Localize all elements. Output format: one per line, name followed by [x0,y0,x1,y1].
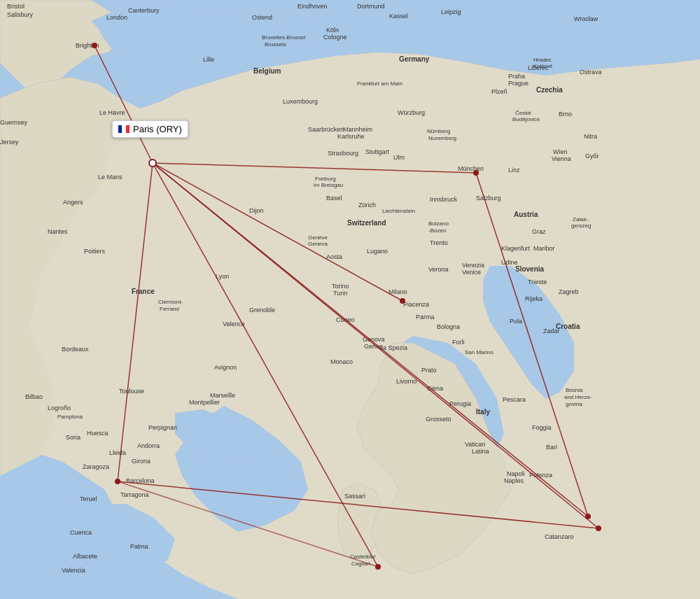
svg-text:Stuttgart: Stuttgart [365,148,390,155]
svg-text:Bari: Bari [546,444,557,451]
svg-text:Jersey: Jersey [0,139,19,146]
svg-text:Monaco: Monaco [330,358,353,365]
svg-text:Liechtenstein: Liechtenstein [382,208,415,214]
svg-text:Bilbao: Bilbao [25,393,43,400]
svg-point-163 [115,479,120,484]
svg-text:Valencia: Valencia [62,567,85,574]
svg-text:Le Havre: Le Havre [99,109,125,116]
svg-text:Pamplona: Pamplona [57,414,83,420]
svg-text:Praha: Praha [508,73,525,80]
svg-text:Bordeaux: Bordeaux [62,346,89,353]
svg-text:Montpellier: Montpellier [189,399,220,406]
svg-text:Perpignan: Perpignan [148,424,177,431]
svg-text:London: London [106,14,127,21]
svg-text:Udine: Udine [501,259,518,266]
svg-text:Lleida: Lleida [109,449,126,456]
svg-text:Leipzig: Leipzig [441,8,461,15]
svg-text:Bruxelles-Brussel: Bruxelles-Brussel [262,34,305,41]
svg-text:Genève: Genève [308,234,328,241]
svg-text:Saarbrücken: Saarbrücken [308,126,344,133]
svg-text:Toulouse: Toulouse [119,388,144,395]
paris-label-text: Paris (ORY) [133,124,182,134]
svg-text:Palma: Palma [130,543,148,550]
svg-text:Torino: Torino [332,283,349,290]
svg-text:Innsbruck: Innsbruck [430,196,458,203]
svg-text:Venezia: Venezia [462,262,484,269]
svg-rect-168 [122,125,126,133]
svg-text:-Bozen: -Bozen [428,227,446,234]
svg-text:Brussels: Brussels [265,41,286,48]
svg-text:Logroño: Logroño [48,404,71,411]
svg-text:České: České [515,110,531,116]
svg-text:Austria: Austria [514,211,538,218]
svg-text:Pescara: Pescara [503,396,526,403]
svg-text:Cologne: Cologne [323,34,347,41]
svg-point-160 [92,43,97,48]
svg-text:Clermont-: Clermont- [158,299,183,305]
svg-text:Sassari: Sassari [344,493,365,500]
svg-text:Slovenia: Slovenia [515,265,545,273]
svg-text:Wrocław: Wrocław [574,15,598,22]
svg-text:Luxembourg: Luxembourg [283,98,318,105]
svg-text:Bologna: Bologna [437,323,460,330]
svg-text:and Herze-: and Herze- [564,394,592,400]
svg-text:Bolzano: Bolzano [428,220,449,227]
svg-text:Ferrand: Ferrand [160,306,179,312]
svg-text:Tarragona: Tarragona [120,491,149,498]
svg-text:Győr: Győr [585,153,599,160]
svg-text:Zagreb: Zagreb [559,288,579,295]
svg-text:San Marino: San Marino [465,349,493,355]
svg-text:France: France [132,288,155,295]
svg-text:Hradec: Hradec [533,57,552,63]
svg-text:Salisbury: Salisbury [7,11,34,18]
svg-point-166 [375,564,381,570]
svg-text:Forli: Forli [452,339,465,346]
svg-text:Girona: Girona [132,458,150,465]
svg-text:Klagenfurt: Klagenfurt [501,245,531,252]
svg-point-161 [473,170,479,176]
svg-text:Germany: Germany [399,55,430,63]
svg-text:Bristol: Bristol [7,3,24,10]
svg-point-165 [596,526,601,531]
svg-text:Albacete: Albacete [73,553,97,560]
svg-text:Dijon: Dijon [249,207,264,214]
svg-text:Huesca: Huesca [87,430,108,437]
svg-text:Nürnberg: Nürnberg [427,128,450,134]
svg-text:Dortmund: Dortmund [357,3,385,10]
svg-text:Geneva: Geneva [308,241,328,247]
svg-text:Kassel: Kassel [389,13,408,20]
svg-point-162 [400,298,405,304]
svg-rect-167 [118,125,122,133]
svg-text:Pula: Pula [510,318,522,325]
svg-text:Venice: Venice [462,269,481,276]
svg-text:Brno: Brno [559,111,572,118]
svg-text:Parma: Parma [416,313,435,320]
svg-text:Livorno: Livorno [396,378,417,385]
svg-text:Piacenza: Piacenza [403,301,429,308]
svg-text:gerszeg: gerszeg [571,223,591,229]
svg-text:Aosta: Aosta [326,253,342,260]
svg-text:München: München [458,165,484,172]
svg-text:Switzerland: Switzerland [347,219,386,227]
svg-text:Budějovice: Budějovice [512,116,540,122]
svg-text:Eindhoven: Eindhoven [298,3,328,10]
svg-text:Wien: Wien [553,148,568,155]
svg-text:Strasbourg: Strasbourg [328,150,358,157]
svg-text:Salzburg: Salzburg [476,195,501,202]
svg-text:Grosseto: Grosseto [426,416,451,423]
svg-text:Vatican: Vatican [465,441,485,448]
svg-text:Grenoble: Grenoble [249,306,275,313]
svg-text:Rijeka: Rijeka [525,295,542,302]
svg-text:Trieste: Trieste [528,279,547,286]
svg-text:Karlsruhe: Karlsruhe [337,133,365,140]
svg-text:Prague: Prague [508,80,528,87]
svg-text:Maribor: Maribor [533,245,555,252]
svg-text:Naples: Naples [504,477,524,484]
svg-text:Köln: Köln [326,27,339,34]
svg-text:Lille: Lille [203,56,214,63]
map-container: Bristol Salisbury London Canterbury Brig… [0,0,700,599]
svg-text:Cuenca: Cuenca [70,529,92,536]
svg-text:Zürich: Zürich [358,202,376,209]
svg-point-159 [149,160,156,167]
svg-text:Frankfurt am Main: Frankfurt am Main [357,80,402,87]
